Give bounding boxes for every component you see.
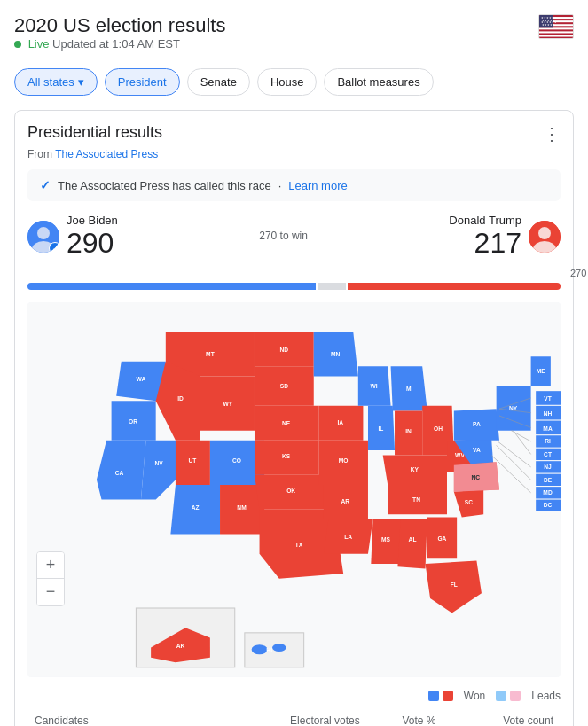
- biden-verified-badge: ✓: [49, 242, 59, 253]
- source-attribution: From The Associated Press: [27, 148, 561, 160]
- page-title: 2020 US election results: [14, 14, 225, 37]
- svg-rect-5: [539, 31, 573, 33]
- trump-electoral-votes: 217: [449, 227, 521, 260]
- state-label-hi: HI: [266, 647, 272, 653]
- legend-row: Won Leads: [27, 690, 561, 702]
- biden-name-label: Joe Biden: [67, 214, 118, 227]
- state-label-ar: AR: [341, 498, 350, 504]
- legend-biden-leads-color: [496, 691, 506, 701]
- legend-trump-color: [443, 691, 453, 701]
- state-label-va: VA: [473, 447, 481, 453]
- state-label-il: IL: [378, 425, 383, 432]
- section-title: Presidential results: [27, 123, 162, 142]
- state-label-ks: KS: [282, 453, 291, 459]
- state-label-nj: NJ: [544, 464, 552, 470]
- state-label-id: ID: [177, 395, 184, 402]
- state-hi2: [272, 644, 286, 652]
- learn-more-link[interactable]: Learn more: [288, 179, 347, 192]
- tab-all-states[interactable]: All states ▾: [14, 68, 98, 96]
- state-label-tx: TX: [295, 542, 303, 548]
- state-label-mt: MT: [206, 351, 215, 357]
- us-map-container[interactable]: WA OR CA NV ID MT WY: [27, 302, 561, 677]
- legend-leads: [496, 691, 521, 701]
- nc-label: NC: [471, 474, 480, 480]
- state-label-ak: AK: [176, 643, 185, 649]
- state-label-fl: FL: [451, 582, 458, 588]
- zoom-in-button[interactable]: +: [37, 552, 64, 579]
- state-label-la: LA: [344, 534, 352, 540]
- live-label: Live: [28, 37, 50, 51]
- tab-ballot-measures[interactable]: Ballot measures: [324, 68, 433, 96]
- state-label-nm: NM: [237, 504, 247, 511]
- updated-time: Updated at 1:04 AM EST: [52, 37, 180, 51]
- state-label-nd: ND: [280, 347, 289, 353]
- state-al: [397, 519, 427, 569]
- gap-progress: [318, 283, 346, 290]
- trump-avatar: [529, 221, 561, 253]
- tab-president[interactable]: President: [105, 68, 180, 96]
- us-election-map: WA OR CA NV ID MT WY: [27, 302, 561, 677]
- col-vote-count: Vote count: [443, 709, 561, 726]
- legend-leads-label: Leads: [531, 690, 561, 702]
- svg-point-16: [538, 227, 551, 239]
- zoom-out-button[interactable]: −: [37, 579, 64, 605]
- svg-rect-6: [539, 35, 573, 37]
- legend-biden-won: [428, 691, 453, 701]
- more-options-icon[interactable]: ⋮: [543, 123, 561, 144]
- state-label-dc: DC: [544, 502, 553, 508]
- trump-name-label: Donald Trump: [449, 214, 521, 227]
- tabs-row: All states ▾ President Senate House Ball…: [14, 68, 574, 96]
- col-candidates: Candidates: [27, 709, 238, 726]
- ap-notice-text: The Associated Press has called this rac…: [58, 179, 271, 192]
- state-hi: [252, 644, 268, 654]
- tab-all-states-label: All states: [27, 75, 74, 89]
- tab-house[interactable]: House: [257, 68, 318, 96]
- state-label-sd: SD: [280, 383, 288, 389]
- state-label-ut: UT: [188, 457, 196, 464]
- state-label-nv: NV: [154, 460, 163, 466]
- state-label-ca: CA: [115, 470, 124, 476]
- live-dot: [14, 41, 21, 48]
- biden-avatar: ✓: [27, 221, 59, 253]
- state-label-mn: MN: [331, 351, 341, 357]
- biden-progress: [27, 283, 316, 290]
- state-label-oh: OH: [434, 425, 443, 432]
- state-label-ne: NE: [282, 420, 291, 426]
- ap-notice: ✓ The Associated Press has called this r…: [27, 169, 561, 201]
- state-label-sc: SC: [465, 499, 473, 505]
- state-label-ct: CT: [544, 451, 552, 457]
- candidates-score-row: ✓ Joe Biden 290 270 to win Donald Trump …: [27, 214, 561, 260]
- state-label-mi: MI: [406, 386, 413, 392]
- state-label-al: AL: [409, 536, 417, 543]
- state-label-wa: WA: [137, 376, 146, 382]
- state-label-pa: PA: [473, 421, 481, 427]
- trump-progress: [348, 283, 561, 290]
- state-label-ma: MA: [543, 425, 553, 432]
- tab-senate[interactable]: Senate: [187, 68, 250, 96]
- state-label-de: DE: [544, 477, 553, 483]
- threshold-label: 270 to win: [259, 230, 308, 242]
- svg-point-13: [37, 227, 50, 239]
- check-icon: ✓: [40, 178, 51, 192]
- state-label-wy: WY: [223, 401, 233, 407]
- svg-text:★★★★★: ★★★★★: [542, 23, 555, 27]
- state-label-az: AZ: [192, 504, 200, 511]
- presidential-results-card: Presidential results ⋮ From The Associat…: [14, 110, 574, 726]
- state-label-or: OR: [129, 418, 137, 425]
- results-table: Candidates Electoral votes Vote % Vote c…: [27, 709, 561, 726]
- svg-rect-4: [539, 27, 573, 29]
- state-label-in: IN: [405, 428, 412, 434]
- source-link[interactable]: The Associated Press: [55, 148, 158, 160]
- state-label-ia: IA: [337, 419, 343, 425]
- legend-biden-color: [428, 691, 439, 701]
- state-label-ri: RI: [545, 438, 551, 444]
- legend-won-label: Won: [464, 690, 485, 702]
- chevron-down-icon: ▾: [78, 75, 84, 89]
- electoral-progress-bar: [27, 283, 561, 290]
- col-electoral: Electoral votes: [238, 709, 367, 726]
- state-label-wi: WI: [371, 383, 378, 389]
- dot-separator: ·: [278, 179, 282, 192]
- state-label-tn: TN: [412, 496, 420, 503]
- state-label-ms: MS: [381, 536, 391, 543]
- state-label-md: MD: [543, 489, 553, 496]
